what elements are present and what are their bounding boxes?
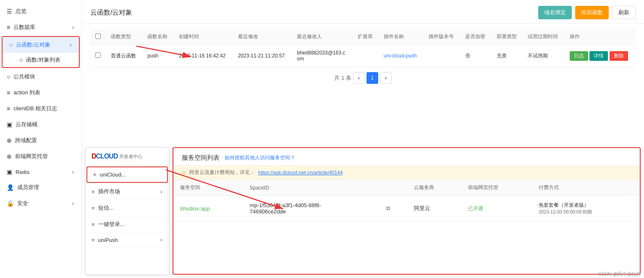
sidebar-item-func-list[interactable]: ○ 函数/对象列表 <box>16 53 79 67</box>
sidebar-item-public-module[interactable]: ○ 公共模块 <box>0 69 81 85</box>
header-actions: 域名绑定 添加函数 刷新 <box>538 6 636 19</box>
cell-created: 2023-11-16 16:42:42 <box>174 45 233 67</box>
clientdb-icon: ≡ <box>7 105 10 112</box>
pagination: 共 1 条 ‹ 1 › <box>90 67 636 89</box>
dev-menu-push-label: uniPush <box>98 237 118 243</box>
select-all-checkbox[interactable] <box>95 34 101 39</box>
plugin-link[interactable]: uni-cloud-push <box>384 53 417 59</box>
page-1-btn[interactable]: 1 <box>367 72 378 84</box>
cloud-func-icon: ○ <box>9 42 13 48</box>
dev-menu-sms-label: 短信... <box>98 204 114 212</box>
cell-modifier: bhed8882033@163.com <box>292 45 352 67</box>
col-encrypted: 是否加密 <box>460 29 492 45</box>
menu-icon-push: ≡ <box>92 237 95 243</box>
notice-link[interactable]: https://ask.dcloud.net.cn/article/40144 <box>258 170 343 176</box>
sidebar-item-action-list[interactable]: ≡ action 列表 <box>0 85 81 101</box>
dev-menu-sms[interactable]: ≡ 短信... <box>86 200 169 216</box>
dev-menu-plugin-label: 插件市场 <box>98 188 120 195</box>
menu-icon-plugin: ≡ <box>92 189 95 195</box>
cell-space-id: mp-1f53040f-a3f1-4d05-88f8-746906ce2dde <box>243 196 380 221</box>
prev-page-btn[interactable]: ‹ <box>353 72 365 84</box>
cell-copy-icon: ⧉ <box>380 196 407 221</box>
sidebar-item-member-mgmt[interactable]: 👤 成员管理 <box>0 179 81 195</box>
web-hosting-icon: ⊕ <box>7 153 12 160</box>
service-panel-title: 服务空间列表 <box>182 154 220 162</box>
payment-plan: 免套套餐（开发者版） <box>539 202 633 209</box>
cell-ext <box>353 45 379 67</box>
dev-menu-unicloudmenu[interactable]: ≡ uniCloud... <box>86 166 168 183</box>
sidebar-item-security[interactable]: 🔒 安全 ∨ <box>0 195 81 211</box>
detail-btn[interactable]: 详情 <box>589 51 608 61</box>
sidebar-item-cloud-func[interactable]: ○ 云函数/云对象 ∧ <box>3 37 79 53</box>
watermark: CSDN-@风中凌乱的 <box>598 271 641 277</box>
col-trial-expire: 试用过期时间 <box>523 29 565 45</box>
service-space-panel: 服务空间列表 如何授权其他人访问服务空间？ ⊙ 阿里云流量计费周知，详见： ht… <box>173 147 641 275</box>
sidebar-item-web-hosting[interactable]: ⊕ 前端网页托管 <box>0 148 81 164</box>
table-row: 普通云函数 push 2023-11-16 16:42:42 2023-11-2… <box>90 45 636 67</box>
cell-hosting-status: 已开通 <box>461 196 532 221</box>
next-page-btn[interactable]: › <box>380 72 392 84</box>
security-icon: 🔒 <box>7 200 14 207</box>
chevron-down-icon: ∨ <box>71 25 75 30</box>
sidebar-item-redis[interactable]: ▣ Redis ∨ <box>0 164 81 179</box>
service-panel-header: 服务空间列表 如何授权其他人访问服务空间？ <box>173 148 640 166</box>
cell-type: 普通云函数 <box>106 45 142 67</box>
sidebar-item-overview[interactable]: ☰ 总览 <box>0 3 81 19</box>
total-count: 共 1 条 <box>334 74 351 82</box>
cloud-db-icon: ≡ <box>7 24 10 31</box>
overlay-container: DCLOUD 开发者中心 ≡ uniCloud... ≡ 插件市场 ∨ ≡ 短信… <box>82 144 644 278</box>
sidebar-item-cloud-db[interactable]: ≡ 云数据库 ∨ <box>0 19 81 35</box>
dev-menu-plugin-market[interactable]: ≡ 插件市场 ∨ <box>86 184 169 200</box>
page-title: 云函数/云对象 <box>90 8 132 17</box>
row-checkbox[interactable] <box>95 52 101 58</box>
dev-menu-one-login[interactable]: ≡ 一键登录... <box>86 216 169 233</box>
col-service-space: 服务空间 <box>173 180 243 196</box>
dev-menu-login-label: 一键登录... <box>98 221 125 228</box>
col-hosting: 前端网页托管 <box>461 180 532 196</box>
payment-expire: 2023-12-03 00:00:00 到期 <box>539 209 633 215</box>
cell-deploy-type: 无类 <box>492 45 523 67</box>
refresh-btn[interactable]: 刷新 <box>612 6 636 19</box>
cell-name: push <box>142 45 174 67</box>
cell-encrypted: 否 <box>460 45 492 67</box>
service-table: 服务空间 SpaceID 云服务商 前端网页托管 付费方式 bhsdios-ap… <box>173 180 640 221</box>
cell-trial-expire: 不试用期 <box>523 45 565 67</box>
sidebar-submenu: ○ 函数/对象列表 <box>3 53 79 67</box>
copy-icon[interactable]: ⧉ <box>386 205 390 211</box>
push-arrow-icon: ∧ <box>160 237 163 243</box>
dev-menu-unicloudmenu-label: uniCloud... <box>100 171 126 178</box>
col-plugin-name: 插件名称 <box>379 29 424 45</box>
dcloud-logo: DCLOUD <box>92 153 118 160</box>
service-name-link[interactable]: bhsdios-app <box>180 205 210 212</box>
col-checkbox <box>90 29 106 45</box>
notice-text: 阿里云流量计费周知，详见： <box>189 169 255 176</box>
dev-center-subtitle: 开发者中心 <box>119 153 142 160</box>
func-list-icon: ○ <box>19 57 23 63</box>
sidebar-item-clientdb-log[interactable]: ≡ clientDB 相关日志 <box>0 101 81 117</box>
notice-icon: ⊙ <box>182 170 186 176</box>
domain-btn[interactable]: 域名绑定 <box>538 6 572 19</box>
page-header: 云函数/云对象 域名绑定 添加函数 刷新 <box>82 0 644 24</box>
notice-bar: ⊙ 阿里云流量计费周知，详见： https://ask.dcloud.net.c… <box>173 166 640 180</box>
col-created: 创建时间 <box>174 29 233 45</box>
domain-config-icon: ⊕ <box>7 137 12 144</box>
delete-btn[interactable]: 删除 <box>610 51 628 61</box>
col-cloud-provider: 云服务商 <box>407 180 461 196</box>
sidebar-item-domain-config[interactable]: ⊕ 跨域配置 <box>0 133 81 148</box>
sidebar: ☰ 总览 ≡ 云数据库 ∨ ○ 云函数/云对象 ∧ ○ 函数/对象列表 ○ 公共… <box>0 0 82 278</box>
add-func-btn[interactable]: 添加函数 <box>575 6 609 19</box>
menu-icon-login: ≡ <box>92 221 95 228</box>
cell-plugin-version <box>424 45 460 67</box>
col-plugin-version: 插件版本号 <box>424 29 460 45</box>
menu-icon-sms: ≡ <box>92 205 95 211</box>
log-btn[interactable]: 日志 <box>570 51 588 61</box>
dev-menu-uni-push[interactable]: ≡ uniPush ∧ <box>86 233 169 248</box>
service-panel-help-link[interactable]: 如何授权其他人访问服务空间？ <box>225 154 295 161</box>
service-table-row: bhsdios-app mp-1f53040f-a3f1-4d05-88f8-7… <box>173 196 640 221</box>
sidebar-item-cloud-storage[interactable]: ▣ 云存储桶 <box>0 117 81 133</box>
col-provider <box>380 180 407 196</box>
col-ext: 扩展库 <box>353 29 379 45</box>
cell-payment-info: 免套套餐（开发者版） 2023-12-03 00:00:00 到期 <box>532 196 640 221</box>
main-content: 云函数/云对象 域名绑定 添加函数 刷新 函数类型 函数名称 创建时间 最近修改… <box>82 0 644 278</box>
public-module-icon: ○ <box>7 73 10 80</box>
